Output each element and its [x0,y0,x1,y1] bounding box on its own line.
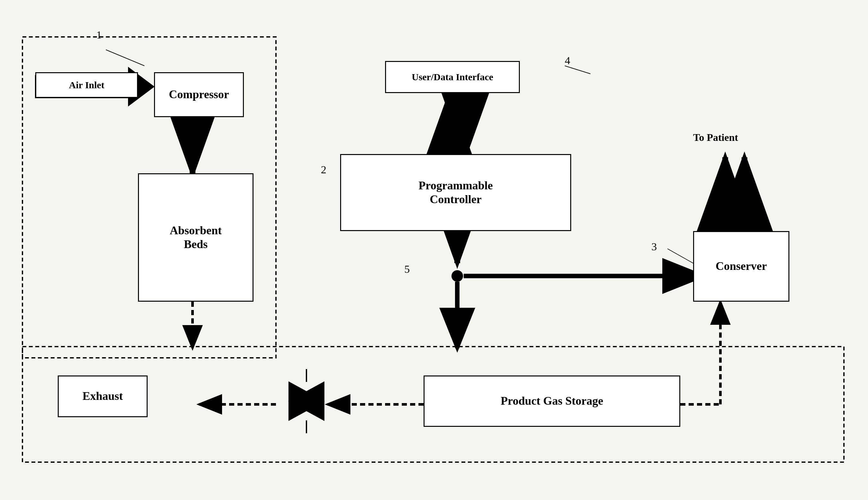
compressor-box: Compressor [154,72,244,117]
user-data-interface-label: User/Data Interface [412,71,493,83]
svg-line-25 [667,249,693,263]
label-5: 5 [404,263,410,275]
compressor-label: Compressor [169,88,229,101]
exhaust-box: Exhaust [58,375,148,417]
svg-line-24 [565,66,591,74]
svg-point-12 [452,270,463,282]
product-gas-storage-label: Product Gas Storage [501,394,603,408]
programmable-controller-box: ProgrammableController [340,154,571,231]
air-inlet-box: Air Inlet [35,72,138,98]
diagram-container: Air Inlet Compressor AbsorbentBeds User/… [19,19,847,481]
programmable-controller-label: ProgrammableController [419,179,493,206]
svg-line-23 [106,50,145,66]
to-patient-label: To Patient [693,132,738,144]
label-2: 2 [321,164,326,176]
conserver-label: Conserver [716,259,767,273]
absorbent-beds-box: AbsorbentBeds [138,173,253,302]
label-4: 4 [565,55,570,67]
exhaust-label: Exhaust [82,389,123,403]
conserver-box: Conserver [693,231,789,302]
air-inlet-label: Air Inlet [69,79,104,91]
absorbent-beds-label: AbsorbentBeds [170,224,222,251]
valve-symbol [282,369,331,433]
label-1: 1 [96,29,102,41]
product-gas-storage-box: Product Gas Storage [424,375,680,427]
user-data-interface-box: User/Data Interface [385,61,520,93]
label-3: 3 [651,241,657,253]
